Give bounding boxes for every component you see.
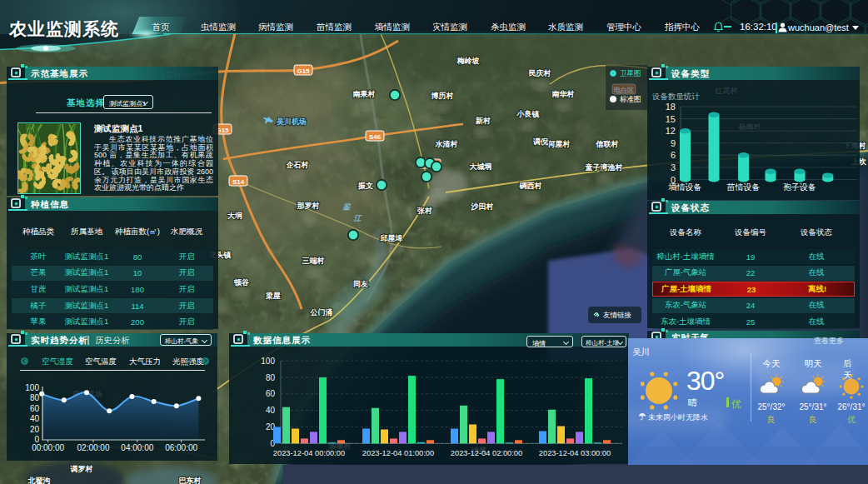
svg-text:12: 12 <box>666 126 676 136</box>
svg-text:2023-12-04 02:00:00: 2023-12-04 02:00:00 <box>451 449 522 457</box>
svg-text:40: 40 <box>30 414 40 423</box>
svg-text:三端村: 三端村 <box>302 257 325 265</box>
svg-text:梁屋: 梁屋 <box>265 292 281 300</box>
svg-text:80: 80 <box>30 393 40 402</box>
svg-text:张村: 张村 <box>417 207 432 215</box>
svg-text:振文: 振文 <box>357 182 373 190</box>
svg-text:100: 100 <box>261 357 275 366</box>
svg-text:3: 3 <box>671 162 676 172</box>
svg-text:60: 60 <box>266 389 276 398</box>
svg-text:调倪: 调倪 <box>532 137 549 146</box>
svg-text:18: 18 <box>666 102 676 112</box>
svg-text:同友: 同友 <box>353 280 368 288</box>
svg-text:吴川机场: 吴川机场 <box>276 117 307 126</box>
svg-text:02:00:00: 02:00:00 <box>77 443 110 452</box>
svg-text:06:00:00: 06:00:00 <box>165 443 197 452</box>
svg-text:80: 80 <box>266 373 276 382</box>
svg-text:顿谷: 顿谷 <box>233 278 249 287</box>
svg-text:S14: S14 <box>232 178 245 186</box>
svg-text:沙田村: 沙田村 <box>471 202 494 211</box>
svg-text:调罗村: 调罗村 <box>70 465 93 473</box>
svg-text:墒情设备: 墒情设备 <box>668 182 702 192</box>
svg-text:大坰: 大坰 <box>227 212 242 220</box>
svg-text:梅岭坡: 梅岭坡 <box>456 57 480 65</box>
svg-text:民庆村: 民庆村 <box>529 69 551 77</box>
svg-text:15: 15 <box>666 114 676 124</box>
svg-text:公门涌: 公门涌 <box>310 308 333 317</box>
svg-text:苗情设备: 苗情设备 <box>727 182 761 192</box>
svg-text:9: 9 <box>671 138 676 148</box>
svg-text:40: 40 <box>266 406 276 415</box>
svg-text:00:00:00: 00:00:00 <box>32 443 64 452</box>
svg-text:碉西村: 碉西村 <box>519 182 542 190</box>
svg-text:2023-12-04 01:00:00: 2023-12-04 01:00:00 <box>362 449 434 457</box>
svg-text:2023-12-04 00:00:00: 2023-12-04 00:00:00 <box>273 449 345 457</box>
svg-text:小良镇: 小良镇 <box>516 110 540 118</box>
svg-text:博历村: 博历村 <box>431 92 454 100</box>
svg-text:何屋村: 何屋村 <box>547 140 571 148</box>
svg-text:南华村: 南华村 <box>552 90 575 98</box>
svg-text:2023-12-04 03:00:00: 2023-12-04 03:00:00 <box>539 449 611 457</box>
svg-text:北翟沟: 北翟沟 <box>27 477 51 484</box>
svg-text:6: 6 <box>671 150 676 160</box>
svg-text:大城垌: 大城垌 <box>470 162 492 171</box>
svg-text:100: 100 <box>25 383 39 392</box>
svg-text:童子湾渔村: 童子湾渔村 <box>585 163 623 172</box>
svg-text:60: 60 <box>30 404 40 413</box>
svg-text:新村: 新村 <box>475 117 491 125</box>
svg-text:S46: S46 <box>369 133 382 141</box>
svg-text:孢子设备: 孢子设备 <box>783 182 816 192</box>
svg-text:信联村: 信联村 <box>596 140 619 148</box>
svg-text:04:00:00: 04:00:00 <box>121 443 153 452</box>
svg-text:水清村: 水清村 <box>435 140 458 148</box>
svg-text:巴东村: 巴东村 <box>179 477 202 484</box>
svg-text:企石村: 企石村 <box>286 161 309 169</box>
svg-text:南果村: 南果村 <box>353 90 376 98</box>
svg-text:20: 20 <box>30 425 40 434</box>
svg-text:那罗村: 那罗村 <box>297 202 320 210</box>
svg-text:邱屋埠: 邱屋埠 <box>380 234 403 242</box>
